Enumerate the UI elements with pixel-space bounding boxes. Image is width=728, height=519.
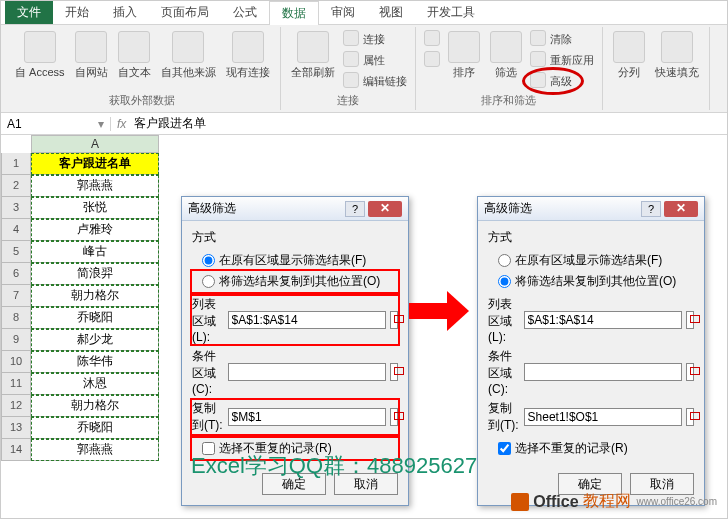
radio-input[interactable] [498, 254, 511, 267]
cell[interactable]: 峰古 [31, 241, 159, 263]
row-header[interactable]: 9 [1, 329, 31, 351]
cell[interactable]: 郭燕燕 [31, 175, 159, 197]
sort-za-icon [424, 51, 440, 67]
btn-from-access[interactable]: 自 Access [11, 29, 69, 91]
btn-existing-conn[interactable]: 现有连接 [222, 29, 274, 91]
btn-filter[interactable]: 筛选 [486, 29, 526, 91]
btn-sort[interactable]: 排序 [444, 29, 484, 91]
dialog-titlebar[interactable]: 高级筛选 ? ✕ [478, 197, 704, 221]
cell[interactable]: 简浪羿 [31, 263, 159, 285]
btn-flash-fill[interactable]: 快速填充 [651, 29, 703, 106]
access-icon [24, 31, 56, 63]
cell[interactable]: 乔晓阳 [31, 417, 159, 439]
btn-from-web[interactable]: 自网站 [71, 29, 112, 91]
tab-home[interactable]: 开始 [53, 1, 101, 24]
fx-icon[interactable]: fx [117, 117, 126, 131]
btn-advanced-filter[interactable]: 高级 [528, 71, 596, 91]
btn-sort-za[interactable] [422, 50, 442, 70]
radio-filter-in-place[interactable]: 在原有区域显示筛选结果(F) [192, 250, 398, 271]
radio-filter-in-place[interactable]: 在原有区域显示筛选结果(F) [488, 250, 694, 271]
cell[interactable]: 卢雅玲 [31, 219, 159, 241]
row-header[interactable]: 11 [1, 373, 31, 395]
cell[interactable]: 客户跟进名单 [31, 153, 159, 175]
btn-sort-az[interactable] [422, 29, 442, 49]
btn-from-text[interactable]: 自文本 [114, 29, 155, 91]
copy-to-input[interactable] [524, 408, 682, 426]
dialog-titlebar[interactable]: 高级筛选 ? ✕ [182, 197, 408, 221]
row-header[interactable]: 3 [1, 197, 31, 219]
row-header[interactable]: 7 [1, 285, 31, 307]
radio-input[interactable] [498, 275, 511, 288]
advanced-filter-dialog-right: 高级筛选 ? ✕ 方式 在原有区域显示筛选结果(F) 将筛选结果复制到其他位置(… [477, 196, 705, 506]
name-box[interactable]: ▾ [1, 117, 111, 131]
row-header[interactable]: 6 [1, 263, 31, 285]
tab-dev[interactable]: 开发工具 [415, 1, 487, 24]
btn-from-other[interactable]: 自其他来源 [157, 29, 220, 91]
dialog-help-button[interactable]: ? [345, 201, 365, 217]
radio-input[interactable] [202, 254, 215, 267]
unique-records-row[interactable]: 选择不重复的记录(R) [488, 438, 694, 459]
cell[interactable]: 陈华伟 [31, 351, 159, 373]
range-picker-button[interactable] [686, 408, 694, 426]
tab-insert[interactable]: 插入 [101, 1, 149, 24]
row-header[interactable]: 4 [1, 219, 31, 241]
cell[interactable]: 郝少龙 [31, 329, 159, 351]
row-headers: 1 2 3 4 5 6 7 8 9 10 11 12 13 14 [1, 153, 31, 461]
btn-reapply[interactable]: 重新应用 [528, 50, 596, 70]
list-range-input[interactable] [524, 311, 682, 329]
tab-formula[interactable]: 公式 [221, 1, 269, 24]
range-picker-button[interactable] [390, 408, 398, 426]
btn-clear-filter[interactable]: 清除 [528, 29, 596, 49]
radio-copy-to-other[interactable]: 将筛选结果复制到其他位置(O) [192, 271, 398, 292]
row-header[interactable]: 10 [1, 351, 31, 373]
copy-to-input[interactable] [228, 408, 386, 426]
tab-file[interactable]: 文件 [5, 1, 53, 24]
tab-data[interactable]: 数据 [269, 1, 319, 25]
row-header[interactable]: 14 [1, 439, 31, 461]
row-header[interactable]: 1 [1, 153, 31, 175]
radio-input[interactable] [202, 275, 215, 288]
tab-review[interactable]: 审阅 [319, 1, 367, 24]
cell-reference-input[interactable] [7, 117, 77, 131]
cell[interactable]: 张悦 [31, 197, 159, 219]
btn-connections[interactable]: 连接 [341, 29, 409, 49]
btn-edit-links[interactable]: 编辑链接 [341, 71, 409, 91]
range-picker-button[interactable] [390, 311, 398, 329]
radio-copy-to-other[interactable]: 将筛选结果复制到其他位置(O) [488, 271, 694, 292]
criteria-input[interactable] [228, 363, 386, 381]
range-picker-button[interactable] [390, 363, 398, 381]
btn-text-to-columns[interactable]: 分列 [609, 29, 649, 106]
clear-icon [530, 30, 546, 46]
row-header[interactable]: 12 [1, 395, 31, 417]
formula-content[interactable]: 客户跟进名单 [134, 115, 206, 132]
tab-layout[interactable]: 页面布局 [149, 1, 221, 24]
range-picker-button[interactable] [686, 311, 694, 329]
btn-refresh-all[interactable]: 全部刷新 [287, 29, 339, 91]
list-range-input[interactable] [228, 311, 386, 329]
range-picker-button[interactable] [686, 363, 694, 381]
list-range-row: 列表区域(L): [192, 296, 398, 344]
unique-checkbox[interactable] [498, 442, 511, 455]
btn-properties[interactable]: 属性 [341, 50, 409, 70]
name-box-dropdown-icon[interactable]: ▾ [98, 117, 104, 131]
watermark-url: www.office26.com [637, 496, 717, 507]
tab-view[interactable]: 视图 [367, 1, 415, 24]
row-header[interactable]: 5 [1, 241, 31, 263]
criteria-input[interactable] [524, 363, 682, 381]
watermark-brand1: Office [533, 493, 578, 511]
filter-icon [490, 31, 522, 63]
cell[interactable]: 朝力格尔 [31, 395, 159, 417]
ribbon-body: 自 Access 自网站 自文本 自其他来源 现有连接 获取外部数据 全部刷新 … [1, 25, 727, 113]
dialog-close-button[interactable]: ✕ [368, 201, 402, 217]
row-header[interactable]: 2 [1, 175, 31, 197]
cell[interactable]: 郭燕燕 [31, 439, 159, 461]
cell[interactable]: 乔晓阳 [31, 307, 159, 329]
column-header-a[interactable]: A [31, 135, 159, 153]
cell[interactable]: 沐恩 [31, 373, 159, 395]
cell[interactable]: 朝力格尔 [31, 285, 159, 307]
flash-icon [661, 31, 693, 63]
dialog-help-button[interactable]: ? [641, 201, 661, 217]
row-header[interactable]: 13 [1, 417, 31, 439]
row-header[interactable]: 8 [1, 307, 31, 329]
dialog-close-button[interactable]: ✕ [664, 201, 698, 217]
